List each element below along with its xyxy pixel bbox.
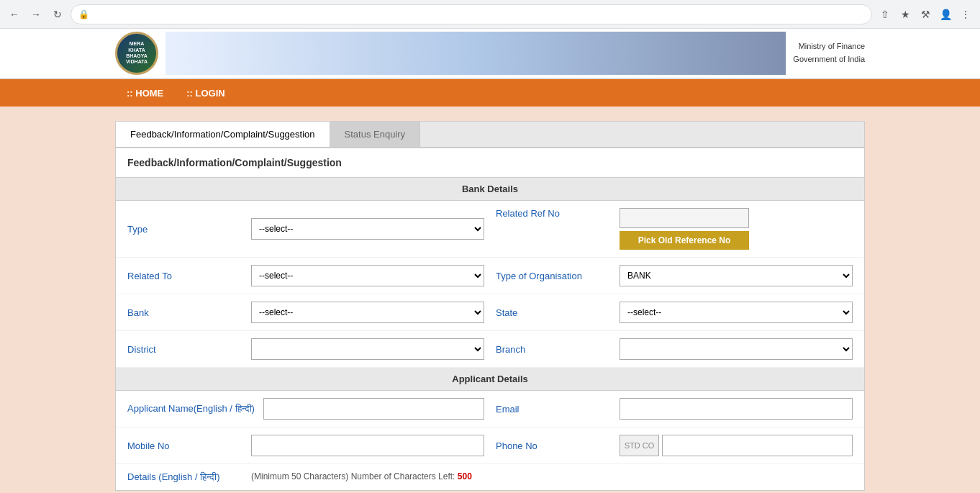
bank-field-group: Bank --select--	[127, 302, 484, 323]
related-to-row: Related To --select-- Type of Organisati…	[116, 258, 864, 294]
header-banner	[165, 32, 786, 75]
phone-label: Phone No	[496, 440, 611, 451]
bank-input-wrapper: --select--	[251, 302, 484, 323]
related-to-select[interactable]: --select--	[251, 265, 484, 286]
phone-field-group: Phone No STD CO	[496, 435, 853, 456]
tabs-container: Feedback/Information/Complaint/Suggestio…	[115, 121, 865, 148]
site-logo: MERA KHATA BHAGYA VIDHATA	[115, 32, 158, 75]
name-input[interactable]	[263, 398, 484, 420]
ministry-line1: Ministry of Finance	[793, 40, 865, 53]
related-to-input-wrapper: --select--	[251, 265, 484, 286]
tab-status[interactable]: Status Enquiry	[330, 122, 421, 147]
share-icon[interactable]: ⇧	[876, 6, 894, 23]
nav-home[interactable]: :: HOME	[115, 79, 175, 107]
details-label: Details (English / हिन्दी)	[127, 471, 242, 483]
type-field-group: Type --select--	[127, 218, 484, 240]
details-row: Details (English / हिन्दी) (Minimum 50 C…	[116, 464, 864, 490]
applicant-details-header: Applicant Details	[116, 368, 864, 391]
ref-no-label: Related Ref No	[496, 208, 611, 219]
address-bar[interactable]: 🔒 pmjdy.gov.in/PMJDYGrievance/user_feedb…	[71, 4, 872, 24]
ref-no-area: Pick Old Reference No	[620, 208, 749, 250]
district-label: District	[127, 344, 242, 355]
name-input-wrapper	[263, 398, 484, 420]
type-org-select[interactable]: BANK	[620, 265, 853, 286]
menu-icon[interactable]: ⋮	[957, 6, 974, 23]
name-field-group: Applicant Name(English / हिन्दी)	[127, 398, 484, 420]
chars-info-text: (Minimum 50 Characters) Number of Charac…	[251, 471, 455, 481]
state-field-group: State --select--	[496, 302, 853, 323]
branch-label: Branch	[496, 344, 611, 355]
ministry-text: Ministry of Finance Government of India	[793, 40, 865, 65]
state-input-wrapper: --select--	[620, 302, 853, 323]
form-container: Feedback/Information/Complaint/Suggestio…	[115, 148, 865, 491]
name-label: Applicant Name(English / हिन्दी)	[127, 403, 255, 415]
type-input-wrapper: --select--	[251, 218, 484, 240]
extensions-icon[interactable]: ⚒	[917, 6, 934, 23]
ministry-line2: Government of India	[793, 53, 865, 66]
chars-info: (Minimum 50 Characters) Number of Charac…	[251, 471, 472, 481]
logo-area: MERA KHATA BHAGYA VIDHATA	[115, 32, 158, 75]
email-field-group: Email	[496, 398, 853, 420]
district-field-group: District	[127, 338, 484, 360]
district-input-wrapper	[251, 338, 484, 360]
forward-button[interactable]: →	[27, 6, 45, 23]
branch-select[interactable]	[620, 338, 853, 360]
form-title: Feedback/Information/Complaint/Suggestio…	[116, 148, 864, 178]
type-select[interactable]: --select--	[251, 218, 484, 240]
back-button[interactable]: ←	[6, 6, 23, 23]
bank-label: Bank	[127, 307, 242, 318]
pick-old-ref-button[interactable]: Pick Old Reference No	[620, 231, 749, 250]
mobile-input-wrapper	[251, 435, 484, 456]
district-row: District Branch	[116, 331, 864, 368]
std-prefix: STD CO	[620, 435, 659, 456]
name-email-row: Applicant Name(English / हिन्दी) Email	[116, 391, 864, 428]
lock-icon: 🔒	[78, 9, 89, 19]
site-header: MERA KHATA BHAGYA VIDHATA Ministry of Fi…	[0, 29, 980, 79]
bank-select[interactable]: --select--	[251, 302, 484, 323]
bookmark-icon[interactable]: ★	[897, 6, 914, 23]
url-input[interactable]: pmjdy.gov.in/PMJDYGrievance/user_feedbac…	[94, 9, 864, 19]
details-field-group: Details (English / हिन्दी) (Minimum 50 C…	[127, 471, 853, 483]
branch-input-wrapper	[620, 338, 853, 360]
related-to-label: Related To	[127, 271, 242, 281]
phone-input[interactable]	[662, 435, 853, 456]
nav-bar: :: HOME :: LOGIN	[0, 79, 980, 107]
mobile-label: Mobile No	[127, 440, 242, 451]
tab-feedback[interactable]: Feedback/Information/Complaint/Suggestio…	[116, 122, 330, 147]
type-org-field-group: Type of Organisation BANK	[496, 265, 853, 286]
state-select[interactable]: --select--	[620, 302, 853, 323]
ref-no-field-group: Related Ref No Pick Old Reference No	[496, 208, 853, 250]
bank-details-header: Bank Details	[116, 178, 864, 201]
type-org-input-wrapper: BANK	[620, 265, 853, 286]
district-select[interactable]	[251, 338, 484, 360]
mobile-input[interactable]	[251, 435, 484, 456]
browser-chrome: ← → ↻ 🔒 pmjdy.gov.in/PMJDYGrievance/user…	[0, 0, 980, 29]
page-wrapper: MERA KHATA BHAGYA VIDHATA Ministry of Fi…	[0, 29, 980, 493]
bank-row: Bank --select-- State --select--	[116, 294, 864, 331]
email-input-wrapper	[620, 398, 853, 420]
ref-no-input[interactable]	[620, 208, 749, 228]
main-content: Feedback/Information/Complaint/Suggestio…	[0, 107, 980, 493]
branch-field-group: Branch	[496, 338, 853, 360]
chars-count: 500	[458, 471, 472, 481]
mobile-phone-row: Mobile No Phone No STD CO	[116, 428, 864, 464]
profile-icon[interactable]: 👤	[937, 6, 954, 23]
state-label: State	[496, 307, 611, 318]
refresh-button[interactable]: ↻	[49, 6, 66, 23]
email-label: Email	[496, 404, 611, 415]
logo-text: MERA KHATA BHAGYA VIDHATA	[126, 41, 148, 65]
type-org-label: Type of Organisation	[496, 271, 611, 281]
type-label: Type	[127, 224, 242, 235]
nav-login[interactable]: :: LOGIN	[175, 79, 236, 107]
mobile-field-group: Mobile No	[127, 435, 484, 456]
browser-actions: ⇧ ★ ⚒ 👤 ⋮	[876, 6, 974, 23]
related-to-field-group: Related To --select--	[127, 265, 484, 286]
phone-field-wrapper: STD CO	[620, 435, 853, 456]
type-row: Type --select-- Related Ref No Pick Old …	[116, 201, 864, 258]
email-input[interactable]	[620, 398, 853, 420]
